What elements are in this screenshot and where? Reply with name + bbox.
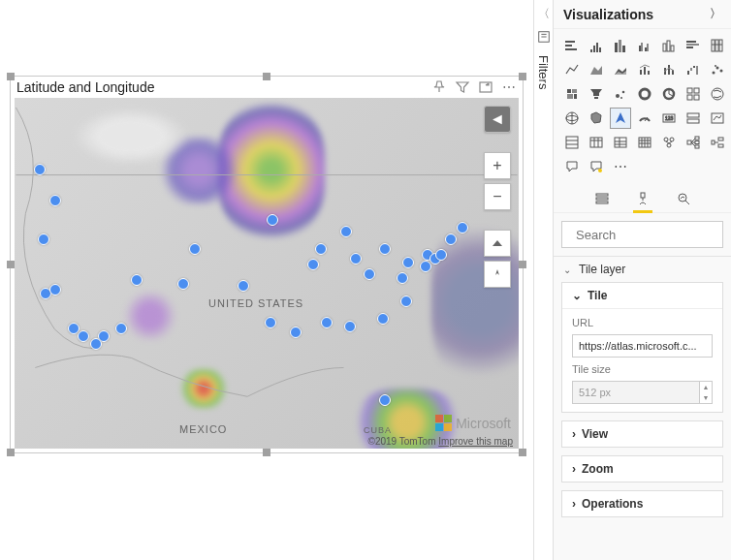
resize-handle[interactable]	[263, 449, 270, 456]
data-point[interactable]	[340, 226, 352, 237]
tile-card-header[interactable]: ⌄ Tile	[562, 283, 722, 309]
data-point[interactable]	[115, 323, 127, 334]
viz-slicer[interactable]	[561, 132, 583, 153]
viz-clustered-column[interactable]	[634, 35, 655, 56]
compass-button[interactable]	[484, 261, 511, 288]
viz-funnel[interactable]	[586, 83, 607, 105]
viz-area[interactable]	[683, 35, 704, 56]
data-point[interactable]	[177, 278, 189, 290]
tile-layer-header[interactable]: ⌄ Tile layer	[554, 257, 731, 282]
data-point[interactable]	[364, 268, 375, 280]
data-point[interactable]	[402, 257, 414, 268]
viz-stacked-bar[interactable]	[561, 35, 583, 56]
viz-area-chart[interactable]	[586, 59, 607, 80]
map-legend-toggle[interactable]: ◄	[484, 106, 511, 133]
data-point[interactable]	[49, 284, 61, 296]
operations-card-header[interactable]: › Operations	[562, 491, 722, 516]
data-point[interactable]	[379, 243, 391, 255]
viz-matrix[interactable]	[610, 132, 631, 153]
data-point[interactable]	[34, 164, 46, 175]
viz-globe[interactable]	[561, 108, 583, 129]
viz-dots[interactable]	[610, 83, 631, 105]
format-search[interactable]	[561, 221, 723, 248]
expand-filters-icon[interactable]: 〈	[538, 6, 550, 22]
data-point[interactable]	[131, 274, 143, 286]
data-point[interactable]	[290, 327, 302, 338]
data-point[interactable]	[49, 195, 61, 206]
url-input[interactable]	[572, 334, 713, 358]
viz-py[interactable]	[658, 132, 680, 153]
filter-icon[interactable]	[455, 79, 470, 95]
data-point[interactable]	[377, 313, 389, 325]
analytics-tab[interactable]	[672, 187, 695, 210]
viz-paginated[interactable]	[586, 156, 607, 177]
viz-shape-map[interactable]	[586, 108, 607, 129]
data-point[interactable]	[397, 272, 408, 284]
data-point[interactable]	[315, 243, 327, 255]
data-point[interactable]	[400, 296, 412, 307]
viz-more[interactable]: ⋯	[610, 156, 631, 177]
viz-scatter[interactable]	[707, 59, 728, 80]
resize-handle[interactable]	[519, 449, 526, 456]
search-input[interactable]	[576, 228, 731, 242]
more-options-icon[interactable]: ⋯	[501, 79, 517, 95]
viz-map[interactable]	[683, 83, 704, 105]
viz-influencers[interactable]	[707, 132, 728, 153]
resize-handle[interactable]	[7, 449, 15, 456]
viz-ribbon[interactable]	[658, 59, 680, 80]
data-point[interactable]	[265, 317, 276, 328]
viz-pie[interactable]	[561, 83, 583, 105]
viz-multi-card[interactable]	[683, 108, 704, 129]
focus-mode-icon[interactable]	[478, 79, 493, 95]
viz-decomp[interactable]	[683, 132, 704, 153]
data-point[interactable]	[90, 338, 102, 350]
pin-icon[interactable]	[431, 79, 447, 95]
tilesize-stepper[interactable]: ▲▼	[699, 381, 713, 404]
pitch-button[interactable]	[484, 230, 511, 257]
collapse-pane-icon[interactable]: 〉	[710, 6, 721, 22]
viz-kpi[interactable]	[707, 108, 728, 129]
filters-pane-label[interactable]: Filters	[536, 55, 551, 89]
viz-table[interactable]	[586, 132, 607, 153]
viz-qna[interactable]	[561, 156, 583, 177]
viz-combo[interactable]	[634, 59, 655, 80]
data-point[interactable]	[457, 222, 468, 233]
fields-tab[interactable]	[590, 187, 614, 210]
viz-waterfall[interactable]	[683, 59, 704, 80]
viz-azure-map[interactable]	[610, 108, 631, 129]
resize-handle[interactable]	[263, 73, 270, 80]
viz-line[interactable]	[658, 35, 680, 56]
data-point[interactable]	[379, 394, 391, 406]
data-point[interactable]	[445, 233, 457, 245]
resize-handle[interactable]	[7, 261, 15, 268]
resize-handle[interactable]	[519, 261, 526, 268]
viz-filled-map[interactable]	[707, 83, 728, 105]
viz-r[interactable]	[634, 132, 655, 153]
viz-gauge[interactable]	[634, 108, 655, 129]
viz-stacked-area-chart[interactable]	[610, 59, 631, 80]
viz-line-chart[interactable]	[561, 59, 583, 80]
viz-stacked-area[interactable]	[707, 35, 728, 56]
map-surface[interactable]: UNITED STATES MEXICO CUBA	[15, 98, 519, 449]
zoom-in-button[interactable]: +	[484, 152, 511, 179]
map-visual-frame[interactable]: Latitude and Longitude ⋯	[10, 76, 524, 453]
report-canvas[interactable]: Latitude and Longitude ⋯	[0, 0, 533, 560]
filters-pane-icon[interactable]	[537, 30, 551, 47]
data-point[interactable]	[267, 214, 278, 226]
viz-donut[interactable]	[634, 83, 655, 105]
resize-handle[interactable]	[519, 73, 526, 80]
viz-clustered-bar[interactable]	[586, 35, 607, 56]
data-point[interactable]	[307, 259, 319, 270]
viz-treemap[interactable]	[658, 83, 680, 105]
zoom-card-header[interactable]: › Zoom	[562, 456, 722, 482]
resize-handle[interactable]	[7, 73, 15, 80]
data-point[interactable]	[38, 233, 49, 245]
data-point[interactable]	[189, 243, 201, 255]
data-point[interactable]	[435, 249, 447, 261]
viz-stacked-column[interactable]	[610, 35, 631, 56]
improve-map-link[interactable]: Improve this map	[438, 436, 513, 447]
view-card-header[interactable]: › View	[562, 421, 722, 447]
data-point[interactable]	[78, 330, 89, 342]
data-point[interactable]	[420, 261, 431, 272]
data-point[interactable]	[344, 321, 356, 332]
